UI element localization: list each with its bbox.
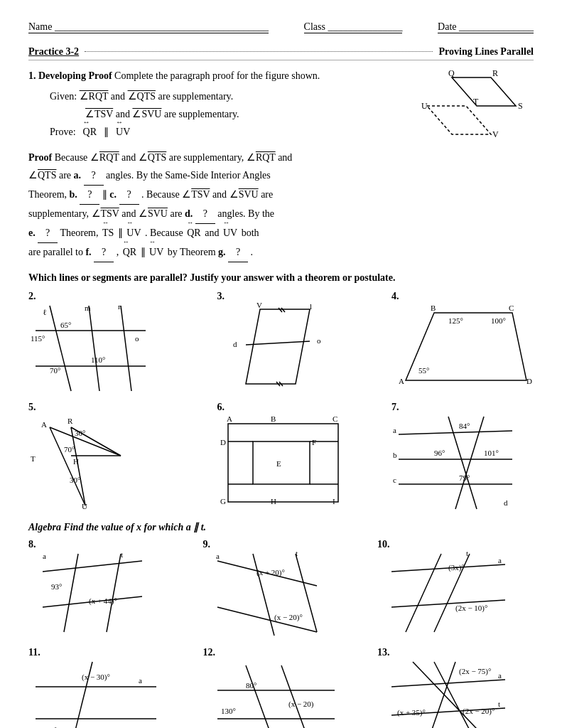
dotted-separator xyxy=(85,51,433,52)
svg-text:d: d xyxy=(233,340,237,348)
svg-text:110°: 110° xyxy=(91,355,106,364)
svg-text:o: o xyxy=(135,334,139,343)
svg-line-8 xyxy=(50,306,71,391)
name-label: Name ___________________________________… xyxy=(28,21,269,33)
svg-text:a: a xyxy=(498,671,502,680)
svg-text:A: A xyxy=(399,377,404,385)
problems-row-567: 5. A R T H U 30° 70° 30° 6. xyxy=(28,402,534,513)
svg-text:(2x − 10)°: (2x − 10)° xyxy=(455,604,487,613)
svg-text:55°: 55° xyxy=(418,366,429,375)
svg-text:m: m xyxy=(85,304,91,312)
p11-num: 11. xyxy=(28,647,40,658)
svg-text:125°: 125° xyxy=(448,316,463,325)
svg-text:t: t xyxy=(121,550,123,559)
svg-marker-0 xyxy=(452,77,516,106)
svg-text:a: a xyxy=(43,552,46,560)
svg-text:n: n xyxy=(118,302,122,311)
practice-title-row: Practice 3-2 Proving Lines Parallel xyxy=(28,46,534,60)
problem-4: 4. B C D A 125° 100° 55° xyxy=(391,291,534,395)
svg-rect-53 xyxy=(253,441,310,484)
svg-line-83 xyxy=(107,554,121,632)
problem-6: 6. A B C D E F G H I xyxy=(217,402,360,513)
p5-num: 5. xyxy=(28,402,36,412)
svg-text:(3x)°: (3x)° xyxy=(448,563,465,572)
practice-subtitle: Proving Lines Parallel xyxy=(438,46,534,58)
svg-text:93°: 93° xyxy=(51,582,62,591)
problem-7: 7. a b c d 84° 96° 101° 79° xyxy=(391,402,534,513)
svg-text:a: a xyxy=(216,552,220,560)
problem-3: 3. V l o d xyxy=(217,291,360,395)
svg-text:80°: 80° xyxy=(246,681,256,690)
svg-text:l: l xyxy=(310,302,312,311)
problem-10: 10. a t (3x)° (2x − 10)° xyxy=(377,539,534,636)
practice-title: Practice 3-2 xyxy=(28,46,79,58)
svg-line-9 xyxy=(89,306,99,391)
algebra-title: Algebra Find the value of x for which a … xyxy=(28,521,534,533)
p13-num: 13. xyxy=(377,647,390,658)
svg-text:D: D xyxy=(220,438,226,446)
svg-rect-52 xyxy=(228,424,338,502)
svg-text:G: G xyxy=(220,497,226,505)
p9-num: 9. xyxy=(203,539,211,550)
svg-text:E: E xyxy=(276,459,281,468)
svg-text:R: R xyxy=(67,417,73,425)
svg-text:101°: 101° xyxy=(484,449,499,457)
svg-text:b: b xyxy=(393,451,397,459)
svg-text:(x − 20)°: (x − 20)° xyxy=(274,613,303,622)
p8-num: 8. xyxy=(28,539,36,550)
p3-num: 3. xyxy=(217,291,225,301)
svg-line-106 xyxy=(71,662,92,728)
p4-num: 4. xyxy=(391,291,399,301)
problem-12: 12. 80° 130° (x − 20) t a xyxy=(203,647,360,728)
svg-text:S: S xyxy=(518,101,523,111)
p10-num: 10. xyxy=(377,539,390,550)
svg-text:T: T xyxy=(473,97,479,107)
svg-text:V: V xyxy=(492,129,499,139)
svg-text:I: I xyxy=(333,497,335,505)
parallel-question-title: Which lines or segments are parallel? Ju… xyxy=(28,272,534,284)
svg-text:70°: 70° xyxy=(64,445,75,454)
figure-parallelogram: Q R S T U V xyxy=(413,70,526,141)
svg-text:c: c xyxy=(393,476,396,484)
svg-text:30°: 30° xyxy=(70,476,80,484)
svg-text:ℓ: ℓ xyxy=(43,308,46,316)
svg-text:65°: 65° xyxy=(60,321,71,329)
svg-text:79°: 79° xyxy=(459,473,470,482)
svg-text:a: a xyxy=(498,556,502,564)
svg-text:D: D xyxy=(526,377,532,385)
svg-marker-1 xyxy=(427,106,491,134)
svg-line-82 xyxy=(64,554,78,632)
svg-text:(2x − 20)°: (2x − 20)° xyxy=(463,707,495,716)
svg-text:A: A xyxy=(227,414,232,423)
class-label: Class _______________ xyxy=(304,21,403,33)
svg-text:(x + 44)°: (x + 44)° xyxy=(89,596,117,606)
date-label: Date _______________ xyxy=(438,21,534,33)
svg-line-22 xyxy=(246,341,310,345)
svg-text:130°: 130° xyxy=(221,707,236,715)
svg-line-99 xyxy=(406,554,441,632)
problems-row-111213: 11. a t (x − 30)° 70° 12. 80° 130° (x − … xyxy=(28,647,534,728)
svg-text:B: B xyxy=(431,304,436,312)
header: Name ___________________________________… xyxy=(28,21,534,33)
problems-row-234: 2. ℓ m n 65° 115° 110° 70° o 3. xyxy=(28,291,534,395)
svg-line-80 xyxy=(43,561,142,572)
p2-num: 2. xyxy=(28,291,36,301)
problem-1: 1. Developing Proof Complete the paragra… xyxy=(28,70,534,262)
svg-text:V: V xyxy=(256,302,262,309)
problem-11: 11. a t (x − 30)° 70° xyxy=(28,647,185,728)
svg-text:t: t xyxy=(466,550,468,557)
svg-text:(2x − 75)°: (2x − 75)° xyxy=(459,667,491,676)
svg-text:A: A xyxy=(41,420,47,429)
svg-text:(x + 20)°: (x + 20)° xyxy=(256,568,285,577)
svg-text:a: a xyxy=(139,676,142,685)
svg-text:U: U xyxy=(82,502,87,510)
svg-text:t: t xyxy=(296,550,298,557)
svg-text:96°: 96° xyxy=(434,449,445,457)
p12-num: 12. xyxy=(203,647,216,658)
svg-text:H: H xyxy=(73,457,79,466)
svg-line-67 xyxy=(399,431,512,434)
svg-text:H: H xyxy=(271,497,276,505)
svg-marker-21 xyxy=(246,309,310,384)
svg-text:a: a xyxy=(393,426,396,434)
problem-13: 13. a t (2x − 75)° (2x − 20)° (x + 35)° xyxy=(377,647,534,728)
